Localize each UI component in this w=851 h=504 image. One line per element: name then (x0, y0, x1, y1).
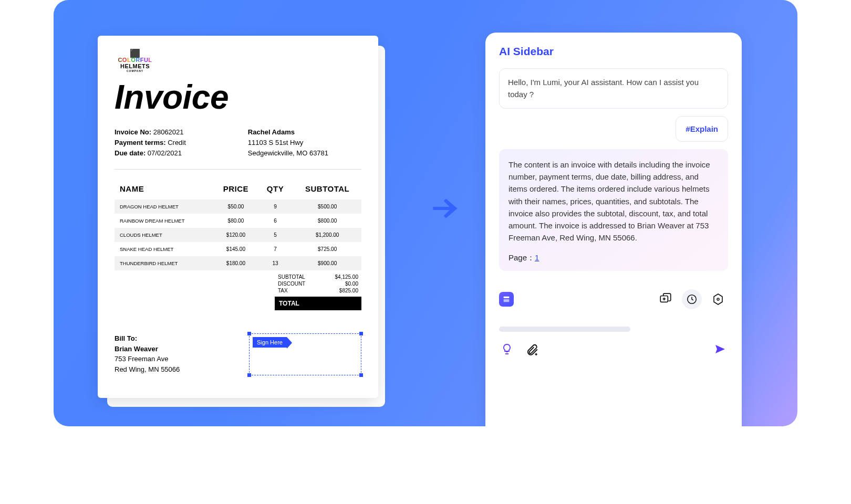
brand-top: COLORFUL (118, 57, 152, 63)
item-qty: 5 (257, 228, 291, 242)
item-subtotal: $500.00 (291, 200, 361, 214)
invoice-document: ⬛ COLORFUL HELMETS COMPANY Invoice Invoi… (98, 36, 378, 398)
item-price: $120.00 (212, 228, 257, 242)
brand-sub: COMPANY (127, 69, 143, 72)
item-qty: 13 (257, 256, 291, 270)
item-qty: 9 (257, 200, 291, 214)
sign-here-tag: Sign Here (253, 337, 287, 348)
item-subtotal: $1,200.00 (291, 228, 361, 242)
copy-chat-icon[interactable] (656, 289, 676, 309)
signature-field[interactable]: Sign Here (249, 333, 361, 375)
item-name: SNAKE HEAD HELMET (115, 242, 212, 256)
item-name: DRAGON HEAD HELMET (115, 200, 212, 214)
col-qty: QTY (257, 178, 291, 200)
svg-rect-1 (504, 299, 510, 302)
settings-hex-icon[interactable] (708, 289, 728, 309)
history-icon[interactable] (682, 289, 702, 309)
total-row: TOTAL (275, 297, 361, 310)
table-row: THUNDERBIRD HELMET$180.0013$900.00 (115, 256, 361, 270)
ai-sidebar-title: AI Sidebar (499, 45, 728, 58)
svg-rect-0 (504, 296, 510, 298)
item-name: CLOUDS HELMET (115, 228, 212, 242)
col-price: PRICE (212, 178, 257, 200)
invoice-meta: Invoice No: 28062021 Payment terms: Cred… (115, 127, 361, 159)
table-row: DRAGON HEAD HELMET$50.009$500.00 (115, 200, 361, 214)
item-price: $80.00 (212, 214, 257, 228)
totals-block: SUBTOTAL$4,125.00 DISCOUNT$0.00 TAX$825.… (275, 274, 361, 310)
invoice-heading: Invoice (115, 78, 361, 117)
ai-tool-row (499, 289, 728, 310)
bill-to: Bill To: Brian Weaver 753 Freeman Ave Re… (115, 333, 180, 375)
item-qty: 7 (257, 242, 291, 256)
item-subtotal: $800.00 (291, 214, 361, 228)
ai-input-row (499, 341, 728, 365)
table-row: RAINBOW DREAM HELMET$80.006$800.00 (115, 214, 361, 228)
attachment-icon[interactable] (524, 341, 540, 357)
ai-app-icon[interactable] (499, 292, 514, 307)
ai-greeting-bubble: Hello, I'm Lumi, your AI assistant. How … (499, 68, 728, 109)
divider (115, 169, 361, 170)
progress-placeholder (499, 327, 630, 332)
table-row: CLOUDS HELMET$120.005$1,200.00 (115, 228, 361, 242)
col-name: NAME (115, 178, 212, 200)
item-subtotal: $725.00 (291, 242, 361, 256)
item-price: $50.00 (212, 200, 257, 214)
invoice-footer: Bill To: Brian Weaver 753 Freeman Ave Re… (115, 333, 361, 375)
app-canvas: ⬛ COLORFUL HELMETS COMPANY Invoice Invoi… (54, 0, 797, 426)
items-table: NAME PRICE QTY SUBTOTAL DRAGON HEAD HELM… (115, 178, 361, 270)
ai-response-bubble: The content is an invoice with details i… (499, 149, 728, 271)
page-reference: Page：1 (508, 251, 719, 264)
col-subtotal: SUBTOTAL (291, 178, 361, 200)
invoice-customer: Rachel Adams 11103 S 51st Hwy Sedgewickv… (248, 127, 328, 159)
explain-tag-bubble[interactable]: #Explain (676, 116, 728, 142)
item-name: RAINBOW DREAM HELMET (115, 214, 212, 228)
brand-bottom: HELMETS (120, 63, 150, 69)
send-icon[interactable] (712, 341, 728, 357)
item-price: $180.00 (212, 256, 257, 270)
lightbulb-icon[interactable] (499, 341, 515, 357)
ai-response-text: The content is an invoice with details i… (508, 159, 719, 244)
item-subtotal: $900.00 (291, 256, 361, 270)
ai-sidebar-panel: AI Sidebar Hello, I'm Lumi, your AI assi… (485, 33, 742, 426)
table-row: SNAKE HEAD HELMET$145.007$725.00 (115, 242, 361, 256)
invoice-meta-left: Invoice No: 28062021 Payment terms: Cred… (115, 127, 186, 159)
page-link[interactable]: 1 (535, 253, 539, 262)
item-name: THUNDERBIRD HELMET (115, 256, 212, 270)
item-price: $145.00 (212, 242, 257, 256)
arrow-right-icon (427, 189, 465, 228)
brand-logo: ⬛ COLORFUL HELMETS COMPANY (115, 49, 155, 72)
svg-point-4 (717, 298, 719, 300)
item-qty: 6 (257, 214, 291, 228)
